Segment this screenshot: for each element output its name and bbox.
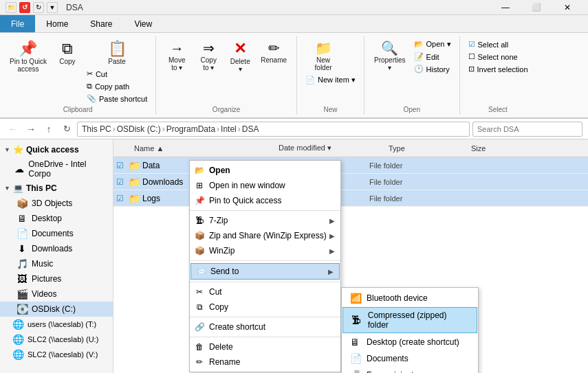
context-menu: 📂 Open ⊞ Open in new window 📌 Pin to Qui… xyxy=(189,160,341,372)
sidebar: ▼ ⭐ Quick access ☁ OneDrive - Intel Corp… xyxy=(0,139,113,373)
pin-to-quick-access-btn[interactable]: 📌 Pin to Quickaccess xyxy=(6,38,51,76)
folder-icon-data: 📁 xyxy=(129,160,142,171)
ctx-send-to[interactable]: 📨 Send to ▶ xyxy=(190,263,340,280)
sidebar-item-downloads[interactable]: ⬇ Downloads xyxy=(0,241,113,256)
close-btn[interactable]: ✕ xyxy=(552,0,582,15)
ctx-open-new-window[interactable]: ⊞ Open in new window xyxy=(190,178,340,193)
downloads-icon: ⬇ xyxy=(17,243,28,254)
paste-btn[interactable]: 📋 Paste xyxy=(102,38,132,68)
refresh-btn[interactable]: ↻ xyxy=(59,122,74,137)
new-item-icon: 📄 xyxy=(305,76,315,84)
ctx-open-icon: 📂 xyxy=(194,165,205,176)
ctx-7zip[interactable]: 🗜 7-Zip ▶ xyxy=(190,213,340,228)
folder-icon-downloads: 📁 xyxy=(129,177,142,188)
header-name[interactable]: Name ▲ xyxy=(129,144,273,152)
sendto-bluetooth[interactable]: 📶 Bluetooth device xyxy=(342,290,478,306)
checkbox-logs[interactable]: ☑ xyxy=(116,194,129,203)
ctx-rename[interactable]: ✏ Rename xyxy=(190,354,340,370)
music-icon: 🎵 xyxy=(17,258,28,269)
search-input[interactable] xyxy=(472,122,582,137)
ctx-delete[interactable]: 🗑 Delete xyxy=(190,339,340,354)
select-all-icon: ☑ xyxy=(468,40,475,49)
file-row-logs[interactable]: ☑ 📁 Logs File folder xyxy=(113,190,588,207)
organize-label: Organize xyxy=(213,106,241,113)
sidebar-item-3d-objects[interactable]: 📦 3D Objects xyxy=(0,196,113,211)
tab-home[interactable]: Home xyxy=(35,15,79,32)
checkbox-data[interactable]: ☑ xyxy=(116,161,129,170)
history-btn[interactable]: 🕐 History xyxy=(411,63,454,75)
sendto-zip-label: Compressed (zipped) folder xyxy=(368,310,468,330)
file-row-downloads[interactable]: ☑ 📁 Downloads 3/24/2022 3:14 PM File fol… xyxy=(113,174,588,190)
osdisk-label: OSDisk (C:) xyxy=(32,304,76,314)
forward-btn[interactable]: → xyxy=(23,122,39,137)
header-type[interactable]: Type xyxy=(383,144,466,152)
sidebar-item-slc2-v[interactable]: 🌐 SLC2 (\\aceslab) (V:) xyxy=(0,347,113,362)
move-to-btn[interactable]: → Moveto ▾ xyxy=(162,38,192,74)
cut-btn[interactable]: ✂ Cut xyxy=(84,68,150,80)
sidebar-item-music[interactable]: 🎵 Music xyxy=(0,256,113,271)
paste-shortcut-btn[interactable]: 📎 Paste shortcut xyxy=(84,93,150,104)
minimize-btn[interactable]: — xyxy=(490,0,521,15)
folder-icon-logs: 📁 xyxy=(129,193,142,204)
tab-share[interactable]: Share xyxy=(79,15,123,32)
filetype-logs: File folder xyxy=(369,194,452,203)
sidebar-section-this-pc[interactable]: ▼ 💻 This PC xyxy=(0,181,113,196)
new-item-btn[interactable]: 📄 New item ▾ xyxy=(303,74,358,86)
ctx-send-to-icon: 📨 xyxy=(195,266,206,277)
slc2-v-icon: 🌐 xyxy=(12,349,23,360)
invert-icon: ⊡ xyxy=(468,65,475,74)
new-folder-icon: 📁 xyxy=(315,41,332,55)
ctx-winzip[interactable]: 📦 WinZip ▶ xyxy=(190,243,340,258)
edit-btn[interactable]: 📝 Edit xyxy=(411,51,454,63)
header-date[interactable]: Date modified ▾ xyxy=(273,144,383,152)
up-btn[interactable]: ↑ xyxy=(41,122,56,137)
sidebar-item-desktop[interactable]: 🖥 Desktop xyxy=(0,211,113,226)
ctx-create-shortcut-icon: 🔗 xyxy=(194,321,205,332)
open-btn[interactable]: 📂 Open ▾ xyxy=(411,38,454,50)
rename-btn[interactable]: ✏ Rename xyxy=(257,38,291,67)
ctx-pin-quick-access[interactable]: 📌 Pin to Quick access xyxy=(190,193,340,208)
ctx-copy[interactable]: ⧉ Copy xyxy=(190,299,340,315)
sendto-zip[interactable]: 🗜 Compressed (zipped) folder xyxy=(342,307,477,333)
sendto-fax[interactable]: 📠 Fax recipient xyxy=(342,367,478,373)
sidebar-item-documents[interactable]: 📄 Documents xyxy=(0,226,113,241)
copy-to-btn[interactable]: ⇒ Copyto ▾ xyxy=(193,38,224,74)
tab-view[interactable]: View xyxy=(123,15,163,32)
downloads-label: Downloads xyxy=(32,244,72,253)
header-size[interactable]: Size xyxy=(466,144,521,152)
sidebar-item-users-t[interactable]: 🌐 users (\\aceslab) (T:) xyxy=(0,317,113,332)
ctx-winzip-express[interactable]: 📦 Zip and Share (WinZip Express) ▶ xyxy=(190,228,340,243)
sidebar-item-slc2-u[interactable]: 🌐 SLC2 (\\aceslab) (U:) xyxy=(0,332,113,347)
invert-selection-btn[interactable]: ⊡ Invert selection xyxy=(466,63,531,75)
users-t-icon: 🌐 xyxy=(12,319,23,330)
ctx-create-shortcut[interactable]: 🔗 Create shortcut xyxy=(190,319,340,335)
ctx-winzip-express-icon: 📦 xyxy=(194,230,205,241)
filetype-downloads: File folder xyxy=(369,178,452,186)
edit-icon: 📝 xyxy=(414,52,424,61)
sidebar-section-quick-access[interactable]: ▼ ⭐ Quick access xyxy=(0,142,113,157)
new-folder-btn[interactable]: 📁 Newfolder xyxy=(303,38,344,74)
sidebar-item-osdisk[interactable]: 💽 OSDisk (C:) xyxy=(0,302,113,317)
sendto-documents[interactable]: 📄 Documents xyxy=(342,350,478,367)
title-bar-controls: 📁 ↺ ↻ ▼ xyxy=(6,2,58,13)
ctx-sep-5 xyxy=(190,337,340,337)
maximize-btn[interactable]: ⬜ xyxy=(521,0,552,15)
address-path[interactable]: This PC › OSDisk (C:) › ProgramData › In… xyxy=(77,122,470,137)
ctx-send-to-arrow: ▶ xyxy=(328,268,334,275)
select-none-btn[interactable]: ☐ Select none xyxy=(466,51,531,63)
copy-path-btn[interactable]: ⧉ Copy path xyxy=(84,80,150,92)
delete-btn[interactable]: ✕ Delete▾ xyxy=(225,38,255,76)
file-row-data[interactable]: ☑ 📁 Data 4/28/2022 2:02 PM File folder xyxy=(113,157,588,174)
select-all-btn[interactable]: ☑ Select all xyxy=(466,38,531,50)
sendto-desktop[interactable]: 🖥 Desktop (create shortcut) xyxy=(342,334,478,350)
ctx-cut[interactable]: ✂ Cut xyxy=(190,284,340,299)
properties-btn[interactable]: 🔍 Properties▾ xyxy=(370,38,410,74)
ribbon-tab-bar: File Home Share View xyxy=(0,15,588,33)
sidebar-item-pictures[interactable]: 🖼 Pictures xyxy=(0,271,113,286)
tab-file[interactable]: File xyxy=(0,15,35,32)
checkbox-downloads[interactable]: ☑ xyxy=(116,177,129,187)
copy-big-btn[interactable]: ⧉ Copy xyxy=(52,38,83,68)
sidebar-item-videos[interactable]: 🎬 Videos xyxy=(0,286,113,302)
ctx-open[interactable]: 📂 Open xyxy=(190,163,340,178)
sidebar-item-onedrive[interactable]: ☁ OneDrive - Intel Corpo xyxy=(0,157,113,181)
